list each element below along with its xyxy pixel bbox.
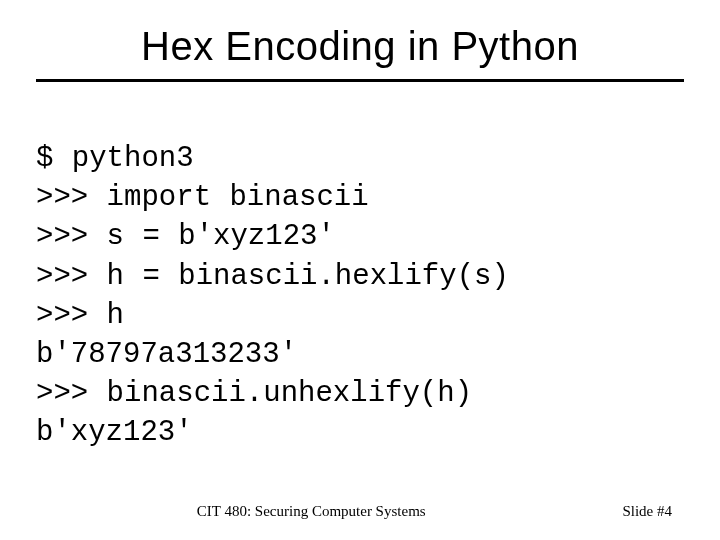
code-line: >>> import binascii	[36, 181, 369, 214]
code-line: >>> s = b'xyz123'	[36, 220, 335, 253]
slide: Hex Encoding in Python $ python3 >>> imp…	[0, 0, 720, 540]
code-line: $ python3	[36, 142, 194, 175]
title-rule	[36, 79, 684, 82]
code-line: >>> binascii.unhexlify(h)	[36, 377, 472, 410]
code-block: $ python3 >>> import binascii >>> s = b'…	[36, 100, 684, 452]
code-line: >>> h = binascii.hexlify(s)	[36, 260, 509, 293]
footer: CIT 480: Securing Computer Systems Slide…	[0, 503, 720, 520]
footer-course: CIT 480: Securing Computer Systems	[0, 503, 622, 520]
slide-title: Hex Encoding in Python	[36, 24, 684, 79]
footer-slide-number: Slide #4	[622, 503, 672, 520]
code-line: b'xyz123'	[36, 416, 193, 449]
code-line: >>> h	[36, 299, 124, 332]
code-line: b'78797a313233'	[36, 338, 297, 371]
